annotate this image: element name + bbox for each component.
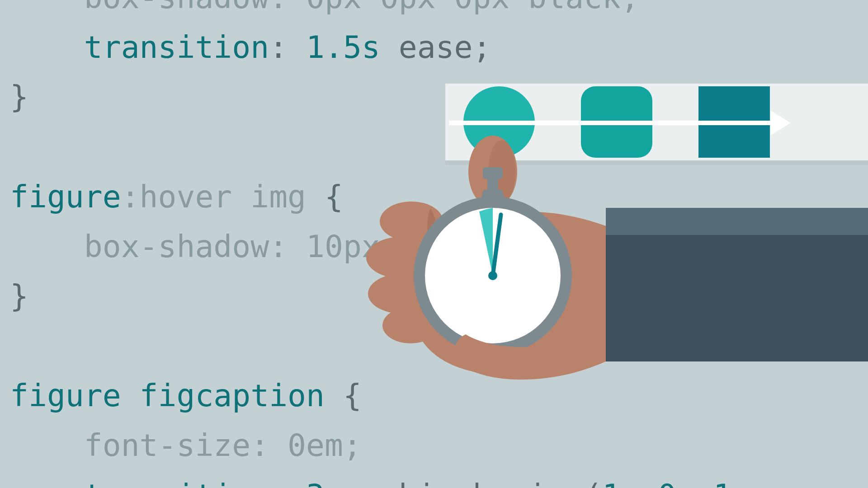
code-token: }	[10, 278, 28, 314]
code-token: ,	[732, 478, 750, 488]
code-token: :hover img	[121, 179, 325, 215]
code-token: {	[325, 179, 343, 215]
code-token: 1.5s	[306, 29, 380, 65]
code-token	[10, 328, 28, 364]
code-line: transition: 3s cubic-bezier(1, 0, 1,	[10, 471, 750, 488]
arrow-head-icon	[771, 111, 791, 135]
code-token: }	[10, 79, 28, 115]
code-token: figure	[10, 179, 121, 215]
code-line: font-size: 0em;	[10, 421, 750, 470]
code-token: box-shadow: 0px 0px 0px black;	[84, 0, 639, 15]
code-line: box-shadow: 0px 0px 0px black;	[10, 0, 750, 23]
code-token: cubic-bezier	[343, 478, 584, 488]
svg-rect-0	[606, 208, 868, 235]
code-token: transition	[84, 478, 269, 488]
code-token: 3s	[306, 478, 343, 488]
code-token: figure figcaption	[10, 378, 343, 413]
code-token: transition	[84, 29, 269, 65]
code-token: ,	[676, 478, 713, 488]
svg-rect-6	[487, 177, 498, 191]
hand-stopwatch-illustration	[353, 136, 868, 407]
svg-point-8	[488, 271, 497, 280]
code-token	[10, 129, 28, 164]
arrow-line-icon	[449, 121, 774, 125]
code-token: 1	[713, 478, 732, 488]
code-token: ease;	[380, 29, 491, 65]
code-token: 1	[602, 478, 621, 488]
code-token: 0	[658, 478, 676, 488]
code-token: (	[584, 478, 602, 488]
code-token: font-size: 0em;	[84, 427, 362, 463]
code-token: ,	[621, 478, 658, 488]
code-token: :	[269, 29, 306, 65]
code-token: :	[269, 478, 306, 488]
code-line: transition: 1.5s ease;	[10, 23, 750, 72]
canvas: box-shadow: 0px 0px 0px black; transitio…	[0, 0, 868, 488]
